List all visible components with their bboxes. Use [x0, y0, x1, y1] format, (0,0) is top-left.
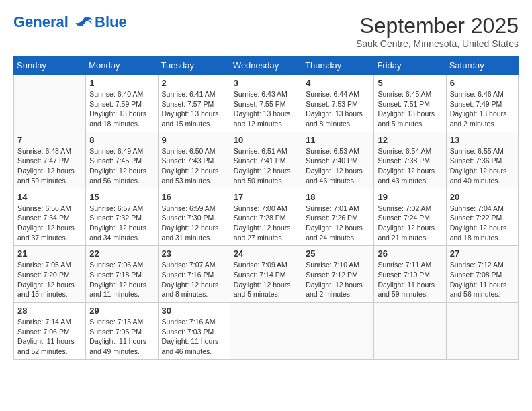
cell-sun-info: Sunrise: 6:51 AMSunset: 7:41 PMDaylight:… — [234, 146, 298, 186]
cell-sun-info: Sunrise: 6:59 AMSunset: 7:30 PMDaylight:… — [162, 203, 226, 243]
day-number: 29 — [89, 306, 154, 316]
day-number: 15 — [89, 192, 154, 202]
calendar-cell: 12Sunrise: 6:54 AMSunset: 7:38 PMDayligh… — [374, 132, 446, 189]
day-number: 3 — [234, 78, 298, 88]
day-number: 16 — [162, 192, 226, 202]
calendar-cell: 14Sunrise: 6:56 AMSunset: 7:34 PMDayligh… — [14, 189, 86, 246]
cell-sun-info: Sunrise: 7:10 AMSunset: 7:12 PMDaylight:… — [306, 260, 370, 300]
calendar-cell: 6Sunrise: 6:46 AMSunset: 7:49 PMDaylight… — [446, 75, 518, 132]
calendar-cell: 30Sunrise: 7:16 AMSunset: 7:03 PMDayligh… — [158, 303, 230, 360]
column-headers: SundayMondayTuesdayWednesdayThursdayFrid… — [14, 56, 519, 75]
cell-sun-info: Sunrise: 6:44 AMSunset: 7:53 PMDaylight:… — [306, 89, 370, 129]
day-number: 18 — [306, 192, 370, 202]
calendar-cell: 15Sunrise: 6:57 AMSunset: 7:32 PMDayligh… — [86, 189, 158, 246]
day-number: 25 — [306, 248, 370, 259]
calendar-cell: 24Sunrise: 7:09 AMSunset: 7:14 PMDayligh… — [230, 246, 302, 303]
calendar-cell: 28Sunrise: 7:14 AMSunset: 7:06 PMDayligh… — [14, 303, 86, 360]
calendar-cell: 20Sunrise: 7:04 AMSunset: 7:22 PMDayligh… — [446, 189, 518, 246]
day-number: 24 — [234, 248, 298, 259]
calendar-cell: 16Sunrise: 6:59 AMSunset: 7:30 PMDayligh… — [158, 189, 230, 246]
calendar-cell: 23Sunrise: 7:07 AMSunset: 7:16 PMDayligh… — [158, 246, 230, 303]
cell-sun-info: Sunrise: 7:04 AMSunset: 7:22 PMDaylight:… — [450, 203, 515, 243]
cell-sun-info: Sunrise: 6:48 AMSunset: 7:47 PMDaylight:… — [17, 146, 82, 186]
calendar-cell: 27Sunrise: 7:12 AMSunset: 7:08 PMDayligh… — [446, 246, 518, 303]
logo-text-general: General — [13, 13, 69, 30]
col-header-friday: Friday — [374, 56, 446, 75]
day-number: 4 — [306, 78, 370, 88]
cell-sun-info: Sunrise: 7:14 AMSunset: 7:06 PMDaylight:… — [17, 317, 82, 357]
day-number: 28 — [17, 306, 82, 316]
calendar-cell: 21Sunrise: 7:05 AMSunset: 7:20 PMDayligh… — [14, 246, 86, 303]
cell-sun-info: Sunrise: 6:55 AMSunset: 7:36 PMDaylight:… — [450, 146, 515, 186]
day-number: 2 — [162, 78, 226, 88]
calendar-cell — [302, 303, 374, 360]
cell-sun-info: Sunrise: 6:53 AMSunset: 7:40 PMDaylight:… — [306, 146, 370, 186]
cell-sun-info: Sunrise: 7:09 AMSunset: 7:14 PMDaylight:… — [234, 260, 298, 300]
calendar-cell: 11Sunrise: 6:53 AMSunset: 7:40 PMDayligh… — [302, 132, 374, 189]
calendar-cell — [446, 303, 518, 360]
week-row-2: 7Sunrise: 6:48 AMSunset: 7:47 PMDaylight… — [14, 132, 519, 189]
cell-sun-info: Sunrise: 6:43 AMSunset: 7:55 PMDaylight:… — [234, 89, 298, 129]
day-number: 8 — [89, 135, 154, 145]
day-number: 22 — [89, 248, 154, 259]
calendar-cell: 17Sunrise: 7:00 AMSunset: 7:28 PMDayligh… — [230, 189, 302, 246]
col-header-saturday: Saturday — [446, 56, 518, 75]
day-number: 12 — [378, 135, 442, 145]
day-number: 30 — [162, 306, 226, 316]
day-number: 23 — [162, 248, 226, 259]
calendar-cell — [230, 303, 302, 360]
col-header-wednesday: Wednesday — [230, 56, 302, 75]
cell-sun-info: Sunrise: 6:40 AMSunset: 7:59 PMDaylight:… — [89, 89, 154, 129]
cell-sun-info: Sunrise: 6:57 AMSunset: 7:32 PMDaylight:… — [89, 203, 154, 243]
cell-sun-info: Sunrise: 6:54 AMSunset: 7:38 PMDaylight:… — [378, 146, 442, 186]
day-number: 19 — [378, 192, 442, 202]
calendar-cell: 10Sunrise: 6:51 AMSunset: 7:41 PMDayligh… — [230, 132, 302, 189]
day-number: 20 — [450, 192, 515, 202]
cell-sun-info: Sunrise: 7:06 AMSunset: 7:18 PMDaylight:… — [89, 260, 154, 300]
calendar-cell: 19Sunrise: 7:02 AMSunset: 7:24 PMDayligh… — [374, 189, 446, 246]
logo-bird-icon — [75, 16, 93, 30]
week-row-1: 1Sunrise: 6:40 AMSunset: 7:59 PMDaylight… — [14, 75, 519, 132]
day-number: 11 — [306, 135, 370, 145]
page-header: General Blue September 2025 Sauk Centre,… — [13, 13, 519, 49]
cell-sun-info: Sunrise: 7:12 AMSunset: 7:08 PMDaylight:… — [450, 260, 515, 300]
calendar-cell: 7Sunrise: 6:48 AMSunset: 7:47 PMDaylight… — [14, 132, 86, 189]
day-number: 10 — [234, 135, 298, 145]
logo: General Blue — [13, 13, 127, 31]
cell-sun-info: Sunrise: 7:01 AMSunset: 7:26 PMDaylight:… — [306, 203, 370, 243]
cell-sun-info: Sunrise: 6:56 AMSunset: 7:34 PMDaylight:… — [17, 203, 82, 243]
day-number: 26 — [378, 248, 442, 259]
week-row-4: 21Sunrise: 7:05 AMSunset: 7:20 PMDayligh… — [14, 246, 519, 303]
day-number: 21 — [17, 248, 82, 259]
cell-sun-info: Sunrise: 6:49 AMSunset: 7:45 PMDaylight:… — [89, 146, 154, 186]
day-number: 9 — [162, 135, 226, 145]
month-title: September 2025 — [356, 13, 519, 38]
calendar-cell: 9Sunrise: 6:50 AMSunset: 7:43 PMDaylight… — [158, 132, 230, 189]
calendar-cell: 29Sunrise: 7:15 AMSunset: 7:05 PMDayligh… — [86, 303, 158, 360]
title-block: September 2025 Sauk Centre, Minnesota, U… — [356, 13, 519, 49]
calendar-cell: 4Sunrise: 6:44 AMSunset: 7:53 PMDaylight… — [302, 75, 374, 132]
cell-sun-info: Sunrise: 6:46 AMSunset: 7:49 PMDaylight:… — [450, 89, 515, 129]
calendar-cell: 13Sunrise: 6:55 AMSunset: 7:36 PMDayligh… — [446, 132, 518, 189]
calendar-cell: 5Sunrise: 6:45 AMSunset: 7:51 PMDaylight… — [374, 75, 446, 132]
cell-sun-info: Sunrise: 6:50 AMSunset: 7:43 PMDaylight:… — [162, 146, 226, 186]
cell-sun-info: Sunrise: 6:45 AMSunset: 7:51 PMDaylight:… — [378, 89, 442, 129]
calendar-cell — [374, 303, 446, 360]
cell-sun-info: Sunrise: 6:41 AMSunset: 7:57 PMDaylight:… — [162, 89, 226, 129]
calendar-cell: 18Sunrise: 7:01 AMSunset: 7:26 PMDayligh… — [302, 189, 374, 246]
calendar-cell: 22Sunrise: 7:06 AMSunset: 7:18 PMDayligh… — [86, 246, 158, 303]
week-row-3: 14Sunrise: 6:56 AMSunset: 7:34 PMDayligh… — [14, 189, 519, 246]
cell-sun-info: Sunrise: 7:00 AMSunset: 7:28 PMDaylight:… — [234, 203, 298, 243]
cell-sun-info: Sunrise: 7:05 AMSunset: 7:20 PMDaylight:… — [17, 260, 82, 300]
calendar-cell: 25Sunrise: 7:10 AMSunset: 7:12 PMDayligh… — [302, 246, 374, 303]
day-number: 5 — [378, 78, 442, 88]
day-number: 6 — [450, 78, 515, 88]
col-header-monday: Monday — [86, 56, 158, 75]
day-number: 27 — [450, 248, 515, 259]
col-header-sunday: Sunday — [14, 56, 86, 75]
cell-sun-info: Sunrise: 7:15 AMSunset: 7:05 PMDaylight:… — [89, 317, 154, 357]
day-number: 17 — [234, 192, 298, 202]
location: Sauk Centre, Minnesota, United States — [356, 38, 519, 49]
col-header-tuesday: Tuesday — [158, 56, 230, 75]
day-number: 13 — [450, 135, 515, 145]
